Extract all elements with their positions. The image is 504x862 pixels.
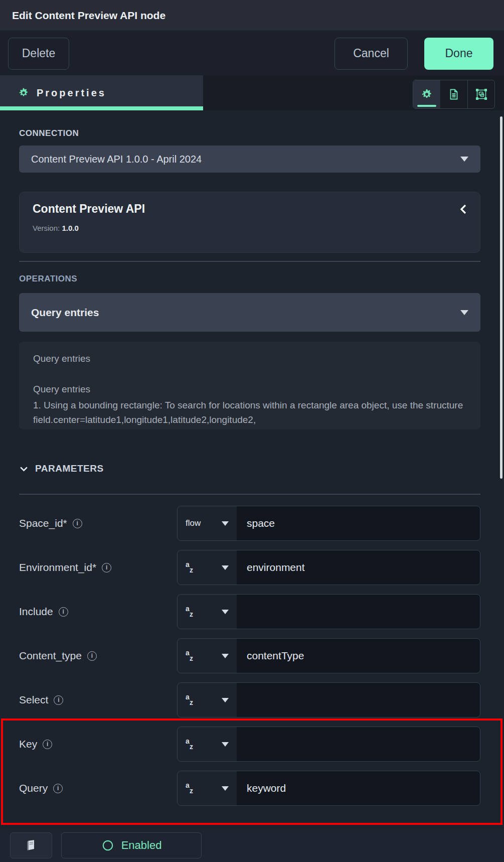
connection-version: Version: 1.0.0 bbox=[33, 224, 467, 232]
chevron-down-icon bbox=[19, 464, 29, 474]
parameter-label: Query i bbox=[19, 782, 177, 794]
chevron-down-icon bbox=[222, 698, 229, 702]
parameter-value-input[interactable] bbox=[237, 727, 480, 761]
tab-properties-label: Properties bbox=[37, 87, 106, 99]
gear-icon bbox=[18, 87, 29, 98]
info-icon[interactable]: i bbox=[54, 695, 63, 705]
parameters-section-toggle[interactable]: PARAMETERS bbox=[19, 463, 480, 475]
parameter-input-group: az bbox=[177, 594, 480, 629]
delete-button[interactable]: Delete bbox=[8, 38, 69, 70]
operation-description-box: Query entries Query entries 1. Using a b… bbox=[19, 342, 480, 429]
parameter-row: Content_type i az contentType bbox=[19, 638, 480, 673]
parameter-value-input[interactable]: contentType bbox=[237, 639, 480, 673]
connection-card-title: Content Preview API bbox=[33, 202, 467, 216]
version-label: Version: bbox=[33, 224, 60, 232]
parameter-value-input[interactable]: environment bbox=[237, 550, 480, 585]
connection-select-value: Content Preview API 1.0.0 - April 2024 bbox=[31, 154, 202, 165]
version-value: 1.0.0 bbox=[62, 224, 78, 232]
parameter-row: Select i az bbox=[19, 682, 480, 717]
dialog-title: Edit Content Preview API node bbox=[12, 10, 165, 22]
parameter-input-group: az flow space bbox=[177, 506, 480, 541]
operation-description-text: 1. Using a bounding rectangle: To search… bbox=[33, 398, 466, 427]
tab-description-icon-button[interactable] bbox=[440, 80, 467, 108]
tab-row: Properties bbox=[0, 75, 504, 110]
action-bar: Delete Cancel Done bbox=[0, 32, 504, 75]
info-icon[interactable]: i bbox=[87, 651, 97, 661]
parameter-label: Include i bbox=[19, 606, 177, 618]
parameter-label-text: Include bbox=[19, 606, 53, 618]
connection-info-card: Content Preview API Version: 1.0.0 bbox=[19, 192, 480, 253]
parameter-label: Content_type i bbox=[19, 650, 177, 662]
info-icon[interactable]: i bbox=[53, 784, 63, 793]
parameter-row: Key i az bbox=[19, 727, 480, 762]
info-icon[interactable]: i bbox=[102, 563, 111, 572]
collapse-card-button[interactable] bbox=[459, 203, 468, 215]
parameter-value-input[interactable]: space bbox=[237, 506, 480, 540]
parameter-label-text: Key bbox=[19, 738, 37, 750]
parameter-label-text: Environment_id* bbox=[19, 561, 96, 573]
operation-description-title: Query entries bbox=[33, 382, 466, 397]
chevron-down-icon bbox=[460, 310, 468, 315]
parameter-row: Include i az bbox=[19, 594, 480, 629]
parameter-value-input[interactable]: keyword bbox=[237, 771, 480, 805]
appearance-icon bbox=[475, 88, 488, 101]
enabled-toggle-button[interactable]: Enabled bbox=[61, 832, 202, 858]
string-type-icon: az bbox=[186, 562, 193, 573]
type-select[interactable]: az bbox=[178, 727, 237, 761]
gear-icon bbox=[421, 88, 433, 100]
tab-active-underline bbox=[0, 106, 203, 110]
cancel-button[interactable]: Cancel bbox=[334, 38, 408, 70]
operations-select-value: Query entries bbox=[31, 307, 99, 319]
footer-bar: Enabled bbox=[0, 829, 504, 862]
info-icon[interactable]: i bbox=[43, 740, 52, 749]
parameter-value-input[interactable] bbox=[237, 595, 480, 629]
string-type-icon: az bbox=[186, 606, 193, 617]
scrollbar-thumb[interactable] bbox=[500, 116, 502, 479]
chevron-down-icon bbox=[222, 610, 229, 614]
chevron-down-icon bbox=[222, 565, 229, 570]
circle-icon bbox=[101, 839, 114, 852]
type-select[interactable]: az bbox=[178, 683, 237, 717]
type-select[interactable]: az bbox=[178, 639, 237, 673]
info-icon[interactable]: i bbox=[73, 519, 82, 528]
type-select[interactable]: az bbox=[178, 550, 237, 585]
connection-select[interactable]: Content Preview API 1.0.0 - April 2024 bbox=[19, 146, 480, 173]
type-select[interactable]: az bbox=[178, 771, 237, 805]
section-divider bbox=[19, 494, 480, 495]
parameter-rows: Space_id* i az flow space Environment_id… bbox=[19, 506, 480, 806]
parameter-label: Select i bbox=[19, 694, 177, 706]
tab-properties-icon-button[interactable] bbox=[413, 80, 440, 108]
chevron-down-icon bbox=[222, 786, 229, 791]
chevron-down-icon bbox=[460, 157, 468, 162]
panel-tab-icons bbox=[413, 80, 495, 109]
parameter-row: Query i az keyword bbox=[19, 771, 480, 806]
parameter-value-input[interactable] bbox=[237, 683, 480, 717]
chevron-down-icon bbox=[222, 654, 229, 658]
parameter-label-text: Query bbox=[19, 782, 48, 794]
parameter-input-group: az bbox=[177, 727, 480, 762]
string-type-icon: az bbox=[186, 739, 193, 750]
info-icon[interactable]: i bbox=[59, 607, 68, 617]
connection-section-label: CONNECTION bbox=[19, 128, 480, 138]
type-select[interactable]: az bbox=[178, 595, 237, 629]
parameter-label-text: Space_id* bbox=[19, 517, 67, 529]
parameter-label: Environment_id* i bbox=[19, 561, 177, 573]
parameter-row: Environment_id* i az environment bbox=[19, 550, 480, 585]
chevron-down-icon bbox=[222, 742, 229, 747]
parameter-label: Key i bbox=[19, 738, 177, 750]
tab-appearance-icon-button[interactable] bbox=[467, 80, 494, 108]
parameter-input-group: az contentType bbox=[177, 638, 480, 673]
tab-properties[interactable]: Properties bbox=[0, 75, 203, 110]
docs-button[interactable] bbox=[10, 832, 52, 858]
type-select[interactable]: az flow bbox=[178, 506, 237, 540]
parameters-section-label: PARAMETERS bbox=[35, 463, 104, 474]
string-type-icon: az bbox=[186, 650, 193, 661]
parameter-input-group: az environment bbox=[177, 550, 480, 585]
operations-select[interactable]: Query entries bbox=[19, 293, 480, 332]
string-type-icon: az bbox=[186, 694, 193, 705]
operations-section-label: OPERATIONS bbox=[19, 274, 480, 284]
parameter-row: Space_id* i az flow space bbox=[19, 506, 480, 541]
parameter-label-text: Select bbox=[19, 694, 48, 706]
done-button[interactable]: Done bbox=[424, 38, 493, 70]
string-type-icon: az bbox=[186, 783, 193, 794]
